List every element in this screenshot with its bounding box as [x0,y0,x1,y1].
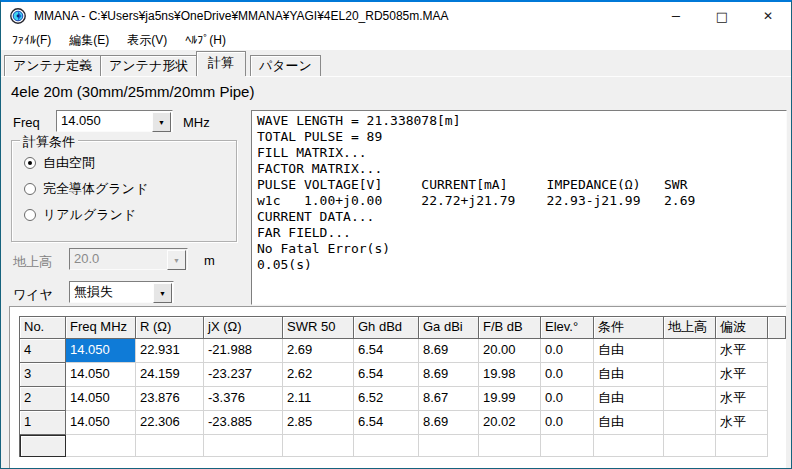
radio-button-icon[interactable] [24,157,36,169]
tab-pattern[interactable]: パターン [250,55,321,76]
table-cell[interactable]: 20.00 [479,339,541,363]
results-header-row: No.Freq MHzR (Ω)jX (Ω)SWR 50Gh dBdGa dBi… [20,317,786,339]
table-cell[interactable]: 24.159 [136,363,204,387]
table-cell[interactable]: 8.67 [419,387,479,411]
column-header-3[interactable]: jX (Ω) [204,317,283,339]
menu-view[interactable]: 表示(V) [118,30,176,51]
tab-calculation[interactable]: 計算 [196,51,246,76]
column-header-9[interactable]: 条件 [594,317,664,339]
chevron-down-icon[interactable]: ▼ [152,112,171,132]
column-header-0[interactable]: No. [20,317,66,339]
table-cell[interactable]: 0.0 [541,411,594,435]
table-cell[interactable]: 14.050 [66,387,136,411]
freq-value: 14.050 [57,111,151,131]
column-header-10[interactable]: 地上高 [664,317,716,339]
table-cell[interactable]: 0.0 [541,387,594,411]
close-button[interactable]: ✕ [745,2,791,30]
table-cell[interactable] [664,363,716,387]
wire-value: 無損失 [70,282,152,302]
window-controls: ─ □ ✕ [653,2,791,30]
table-cell[interactable]: 自由 [594,363,664,387]
row-header-stub [20,435,66,457]
radio-button-icon[interactable] [24,183,36,195]
table-cell[interactable] [664,411,716,435]
menu-help[interactable]: ﾍﾙﾌﾟ(H) [176,31,235,49]
row-header[interactable]: 1 [20,411,66,435]
table-cell[interactable]: -3.376 [204,387,283,411]
menu-file[interactable]: ﾌｧｲﾙ(F) [3,31,60,49]
tab-antenna-shape[interactable]: アンテナ形状 [100,55,197,76]
table-cell[interactable]: 2.69 [283,339,354,363]
table-cell[interactable]: 0.0 [541,339,594,363]
table-cell[interactable]: 自由 [594,387,664,411]
row-header[interactable]: 4 [20,339,66,363]
radio-free-space[interactable]: 自由空間 [24,155,95,171]
table-cell[interactable] [664,339,716,363]
table-cell[interactable]: 6.52 [354,387,419,411]
table-cell[interactable]: 水平 [716,363,768,387]
table-cell[interactable]: 19.98 [479,363,541,387]
empty-cell [419,435,479,457]
row-header[interactable]: 3 [20,363,66,387]
table-cell[interactable]: 水平 [716,411,768,435]
column-header-7[interactable]: F/B dB [479,317,541,339]
empty-cell [664,435,716,457]
table-cell[interactable]: 14.050 [66,339,136,363]
radio-perfect-ground[interactable]: 完全導体グランド [24,181,148,197]
column-header-1[interactable]: Freq MHz [66,317,136,339]
table-cell[interactable]: -23.237 [204,363,283,387]
table-cell[interactable] [664,387,716,411]
calc-output[interactable]: WAVE LENGTH = 21.338078[m] TOTAL PULSE =… [251,110,787,305]
minimize-button[interactable]: ─ [653,2,699,30]
column-header-11[interactable]: 偏波 [716,317,768,339]
table-cell[interactable]: 2.85 [283,411,354,435]
table-cell[interactable]: 8.69 [419,411,479,435]
row-header[interactable]: 2 [20,387,66,411]
table-cell[interactable]: 14.050 [66,363,136,387]
empty-cell [66,435,136,457]
table-cell[interactable]: 6.54 [354,363,419,387]
table-cell[interactable]: 6.54 [354,411,419,435]
table-cell[interactable]: 2.11 [283,387,354,411]
table-cell[interactable]: 8.69 [419,363,479,387]
column-header-4[interactable]: SWR 50 [283,317,354,339]
column-header-6[interactable]: Ga dBi [419,317,479,339]
chevron-down-icon[interactable]: ▼ [153,283,172,303]
wire-label: ワイヤ [13,286,53,304]
table-cell[interactable]: -23.885 [204,411,283,435]
table-cell[interactable]: 22.306 [136,411,204,435]
table-cell[interactable]: 8.69 [419,339,479,363]
mmana-window: MMANA - C:¥Users¥ja5ns¥OneDrive¥MMANA¥YA… [0,0,792,469]
table-cell[interactable]: 22.931 [136,339,204,363]
table-cell[interactable]: 19.99 [479,387,541,411]
menu-edit[interactable]: 編集(E) [60,30,118,51]
table-cell[interactable]: 自由 [594,339,664,363]
freq-combobox[interactable]: 14.050 ▼ [56,110,173,132]
results-list-panel: No.Freq MHzR (Ω)jX (Ω)SWR 50Gh dBdGa dBi… [9,306,786,468]
freq-label: Freq [13,115,40,130]
table-cell[interactable]: 6.54 [354,339,419,363]
radio-real-ground[interactable]: リアルグランド [24,207,136,223]
table-cell[interactable]: 23.876 [136,387,204,411]
table-cell[interactable]: 14.050 [66,411,136,435]
tab-page-divider [1,76,791,77]
table-cell[interactable]: -21.988 [204,339,283,363]
empty-cell [354,435,419,457]
empty-cell [204,435,283,457]
mmana-globe-icon[interactable] [10,8,26,24]
results-table: No.Freq MHzR (Ω)jX (Ω)SWR 50Gh dBdGa dBi… [19,316,786,457]
maximize-button[interactable]: □ [699,2,745,30]
table-cell[interactable]: 2.62 [283,363,354,387]
table-cell[interactable]: 20.02 [479,411,541,435]
tab-antenna-definition[interactable]: アンテナ定義 [4,55,101,76]
column-header-2[interactable]: R (Ω) [136,317,204,339]
table-cell[interactable]: 水平 [716,339,768,363]
freq-unit-label: MHz [183,115,210,130]
wire-combobox[interactable]: 無損失 ▼ [69,281,174,303]
column-header-8[interactable]: Elev.° [541,317,594,339]
table-cell[interactable]: 0.0 [541,363,594,387]
table-cell[interactable]: 水平 [716,387,768,411]
radio-button-icon[interactable] [24,209,36,221]
column-header-5[interactable]: Gh dBd [354,317,419,339]
table-cell[interactable]: 自由 [594,411,664,435]
